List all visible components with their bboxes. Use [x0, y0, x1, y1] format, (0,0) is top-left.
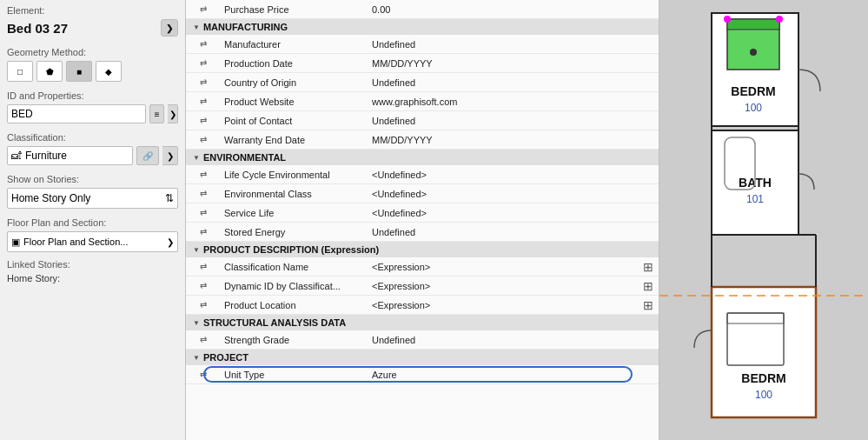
id-chevron-button[interactable]: ❯: [168, 104, 178, 123]
classification-chevron-button[interactable]: ❯: [162, 146, 178, 165]
strength-grade-value: Undefined: [368, 333, 659, 347]
purchase-price-indent: ⇄: [186, 4, 221, 14]
product-location-calc-icon[interactable]: ⊞: [643, 298, 653, 312]
dynamic-id-actions: ⊞: [638, 279, 659, 293]
show-stories-label: Show on Stories:: [0, 170, 185, 186]
service-life-name: Service Life: [221, 206, 368, 220]
floor-plan-chevron-icon: ❯: [167, 237, 174, 247]
point-of-contact-indent: ⇄: [186, 116, 221, 125]
service-life-row: ⇄ Service Life <Undefined>: [186, 203, 659, 223]
structural-section-header[interactable]: ▼ STRUCTURAL ANALYSIS DATA: [186, 315, 659, 330]
geo-icon-morph[interactable]: ◆: [96, 61, 122, 82]
bath-number: 101: [746, 193, 764, 205]
env-class-link-icon: ⇄: [200, 189, 207, 198]
floor-plan-button[interactable]: ▣ Floor Plan and Section... ❯: [7, 231, 178, 252]
classification-icon: 🛋: [11, 150, 22, 162]
product-location-row: ⇄ Product Location <Expression> ⊞: [186, 296, 659, 315]
stored-energy-name: Stored Energy: [221, 225, 368, 239]
production-date-value: MM/DD/YYYY: [368, 57, 659, 70]
svg-point-5: [724, 16, 731, 23]
geo-icon-shape[interactable]: ⬟: [36, 61, 63, 82]
home-story-value: Home Story:: [0, 271, 185, 285]
stored-energy-value: Undefined: [368, 225, 659, 239]
product-website-value: www.graphisoft.com: [368, 95, 659, 109]
geometry-icons-row: □ ⬟ ■ ◆: [0, 59, 185, 87]
dynamic-id-calc-icon[interactable]: ⊞: [643, 279, 653, 293]
svg-rect-3: [727, 19, 779, 30]
structural-triangle-icon: ▼: [193, 319, 200, 327]
product-desc-triangle-icon: ▼: [193, 246, 200, 254]
id-input[interactable]: [7, 104, 146, 123]
purchase-price-value: 0.00: [368, 3, 659, 17]
project-section-header[interactable]: ▼ PROJECT: [186, 350, 659, 365]
floor-plan-row: ▣ Floor Plan and Section... ❯: [0, 230, 185, 256]
classification-row: 🛋 Furniture 🔗 ❯: [0, 144, 185, 170]
calculator-icon[interactable]: ⊞: [643, 260, 653, 274]
production-date-indent: ⇄: [186, 58, 221, 68]
structural-label: STRUCTURAL ANALYSIS DATA: [203, 317, 346, 328]
show-stories-row: Home Story Only ⇅: [0, 186, 185, 214]
dynamic-id-row: ⇄ Dynamic ID by Classificat... <Expressi…: [186, 277, 659, 296]
manufacturer-name: Manufacturer: [221, 37, 368, 51]
geometry-method-label: Geometry Method:: [0, 42, 185, 59]
floor-plan-label: Floor Plan and Section:: [0, 214, 185, 230]
linked-stories-label: Linked Stories:: [0, 256, 185, 271]
stored-energy-row: ⇄ Stored Energy Undefined: [186, 223, 659, 242]
bedrm-bottom-label: BEDRM: [741, 371, 785, 385]
stored-energy-link-icon: ⇄: [200, 227, 207, 237]
point-of-contact-name: Point of Contact: [221, 114, 368, 128]
strength-grade-name: Strength Grade: [221, 333, 368, 347]
left-panel: Element: Bed 03 27 ❯ Geometry Method: □ …: [0, 0, 186, 440]
floor-plan-text: Floor Plan and Section...: [23, 237, 128, 247]
id-properties-button[interactable]: ≡: [149, 104, 164, 123]
element-name-row: Bed 03 27 ❯: [0, 17, 185, 42]
lifecycle-link-icon: ⇄: [200, 170, 207, 179]
manufacturing-triangle-icon: ▼: [193, 23, 200, 31]
country-origin-row: ⇄ Country of Origin Undefined: [186, 73, 659, 92]
purchase-price-row: ⇄ Purchase Price 0.00: [186, 0, 659, 19]
production-date-row: ⇄ Production Date MM/DD/YYYY: [186, 54, 659, 73]
manufacturer-value: Undefined: [368, 37, 659, 51]
dynamic-id-indent: ⇄: [186, 281, 221, 290]
env-class-value: <Undefined>: [368, 187, 659, 201]
product-website-name: Product Website: [221, 95, 368, 109]
environmental-triangle-icon: ▼: [193, 154, 200, 162]
env-class-name: Environmental Class: [221, 187, 368, 201]
classification-name-link-icon: ⇄: [200, 262, 207, 271]
point-of-contact-row: ⇄ Point of Contact Undefined: [186, 111, 659, 130]
warranty-end-date-row: ⇄ Warranty End Date MM/DD/YYYY: [186, 130, 659, 150]
product-location-actions: ⊞: [638, 298, 659, 312]
geo-icon-box[interactable]: □: [7, 61, 33, 82]
show-stories-select[interactable]: Home Story Only ⇅: [7, 188, 178, 209]
id-row: ≡ ❯: [0, 103, 185, 129]
service-life-value: <Undefined>: [368, 206, 659, 220]
lifecycle-value: <Undefined>: [368, 168, 659, 182]
geo-icon-3d[interactable]: ■: [66, 61, 92, 82]
id-label: ID and Properties:: [0, 87, 185, 103]
manufacturer-row: ⇄ Manufacturer Undefined: [186, 35, 659, 54]
product-location-indent: ⇄: [186, 300, 221, 310]
manufacturer-link-icon: ⇄: [200, 39, 207, 49]
classification-link-button[interactable]: 🔗: [136, 146, 159, 165]
production-date-name: Production Date: [221, 57, 368, 70]
point-of-contact-value: Undefined: [368, 114, 659, 128]
classification-label: Classification:: [0, 129, 185, 144]
unit-type-link-icon: ⇄: [200, 370, 207, 379]
manufacturing-label: MANUFACTURING: [203, 22, 288, 32]
product-desc-section-header[interactable]: ▼ PRODUCT DESCRIPTION (Expression): [186, 242, 659, 257]
manufacturing-section-header[interactable]: ▼ MANUFACTURING: [186, 19, 659, 35]
element-label: Element:: [0, 3, 185, 17]
floor-plan-icon: ▣: [11, 237, 20, 248]
country-origin-indent: ⇄: [186, 77, 221, 87]
product-website-indent: ⇄: [186, 97, 221, 106]
element-chevron-button[interactable]: ❯: [161, 19, 178, 37]
classification-value[interactable]: 🛋 Furniture: [7, 146, 133, 165]
production-date-link-icon: ⇄: [200, 58, 207, 68]
classification-name-actions: ⊞: [638, 260, 659, 274]
environmental-section-header[interactable]: ▼ ENVIRONMENTAL: [186, 150, 659, 165]
warranty-end-date-value: MM/DD/YYYY: [368, 133, 659, 147]
bedrm-top-label: BEDRM: [731, 84, 775, 98]
product-location-name: Product Location: [221, 298, 368, 312]
classification-text: Furniture: [25, 150, 67, 162]
env-class-indent: ⇄: [186, 189, 221, 198]
